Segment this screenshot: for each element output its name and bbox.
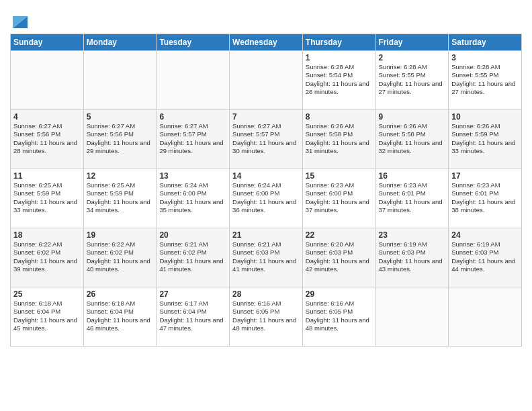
cell-info-line: Sunset: 6:01 PM: [379, 189, 446, 197]
calendar-cell: 1Sunrise: 6:28 AMSunset: 5:54 PMDaylight…: [302, 51, 375, 110]
cell-info-line: Daylight: 11 hours and 44 minutes.: [451, 257, 519, 274]
cell-info-line: Daylight: 11 hours and 27 minutes.: [451, 80, 519, 97]
calendar-cell: [83, 51, 157, 110]
cell-info-line: Sunrise: 6:28 AM: [451, 63, 519, 71]
cell-info-line: Sunrise: 6:26 AM: [451, 122, 519, 130]
calendar-cell: [449, 287, 522, 347]
cell-info-line: Sunset: 6:03 PM: [451, 248, 519, 257]
calendar-cell: [11, 51, 84, 110]
cell-info-line: Sunrise: 6:22 AM: [87, 240, 154, 248]
cell-info-line: Daylight: 11 hours and 26 minutes.: [306, 80, 373, 97]
cell-info-line: Sunset: 5:55 PM: [451, 71, 519, 79]
cell-info-line: Daylight: 11 hours and 27 minutes.: [379, 80, 446, 97]
calendar-cell: 20Sunrise: 6:21 AMSunset: 6:02 PMDayligh…: [157, 228, 230, 287]
cell-info-line: Sunset: 6:04 PM: [13, 308, 81, 316]
cell-info-line: Sunrise: 6:27 AM: [159, 122, 226, 130]
calendar-cell: 19Sunrise: 6:22 AMSunset: 6:02 PMDayligh…: [83, 228, 157, 287]
cell-info-line: Daylight: 11 hours and 48 minutes.: [232, 316, 300, 333]
cell-info-line: Sunset: 5:57 PM: [232, 130, 300, 138]
cell-info-line: Sunrise: 6:26 AM: [306, 122, 373, 130]
cell-info-line: Sunrise: 6:28 AM: [306, 63, 373, 71]
cell-info-line: Sunrise: 6:27 AM: [87, 122, 154, 130]
calendar-cell: 17Sunrise: 6:23 AMSunset: 6:01 PMDayligh…: [449, 169, 522, 228]
day-number: 23: [379, 230, 446, 240]
day-header-wednesday: Wednesday: [230, 34, 303, 51]
cell-info-line: Daylight: 11 hours and 42 minutes.: [306, 257, 373, 274]
day-number: 5: [87, 112, 154, 122]
day-header-monday: Monday: [83, 34, 157, 51]
cell-info-line: Sunrise: 6:20 AM: [306, 240, 373, 248]
calendar-cell: 12Sunrise: 6:25 AMSunset: 5:59 PMDayligh…: [83, 169, 157, 228]
day-number: 7: [232, 112, 300, 122]
cell-info-line: Sunrise: 6:19 AM: [451, 240, 519, 248]
day-header-thursday: Thursday: [302, 34, 375, 51]
cell-info-line: Daylight: 11 hours and 37 minutes.: [306, 198, 373, 215]
calendar-cell: 13Sunrise: 6:24 AMSunset: 6:00 PMDayligh…: [157, 169, 230, 228]
calendar-cell: 4Sunrise: 6:27 AMSunset: 5:56 PMDaylight…: [11, 110, 84, 169]
calendar-cell: 10Sunrise: 6:26 AMSunset: 5:59 PMDayligh…: [449, 110, 522, 169]
cell-info-line: Daylight: 11 hours and 38 minutes.: [451, 198, 519, 215]
cell-info-line: Sunset: 5:54 PM: [306, 71, 373, 79]
header-row: SundayMondayTuesdayWednesdayThursdayFrid…: [11, 34, 522, 51]
cell-info-line: Daylight: 11 hours and 31 minutes.: [306, 139, 373, 156]
day-number: 8: [306, 112, 373, 122]
day-number: 18: [13, 230, 81, 240]
cell-info-line: Sunset: 5:56 PM: [13, 130, 81, 138]
page: SundayMondayTuesdayWednesdayThursdayFrid…: [0, 0, 532, 411]
day-number: 14: [232, 171, 300, 181]
calendar-cell: 18Sunrise: 6:22 AMSunset: 6:02 PMDayligh…: [11, 228, 84, 287]
calendar-cell: 7Sunrise: 6:27 AMSunset: 5:57 PMDaylight…: [230, 110, 303, 169]
day-header-sunday: Sunday: [11, 34, 84, 51]
calendar-cell: 3Sunrise: 6:28 AMSunset: 5:55 PMDaylight…: [449, 51, 522, 110]
cell-info-line: Daylight: 11 hours and 41 minutes.: [159, 257, 226, 274]
day-number: 17: [451, 171, 519, 181]
calendar-table: SundayMondayTuesdayWednesdayThursdayFrid…: [10, 34, 522, 347]
cell-info-line: Daylight: 11 hours and 34 minutes.: [87, 198, 154, 215]
cell-info-line: Sunset: 6:04 PM: [87, 308, 154, 316]
day-number: 13: [159, 171, 226, 181]
week-row-1: 4Sunrise: 6:27 AMSunset: 5:56 PMDaylight…: [11, 110, 522, 169]
cell-info-line: Sunset: 5:57 PM: [159, 130, 226, 138]
day-number: 24: [451, 230, 519, 240]
day-number: 27: [159, 289, 226, 299]
day-number: 25: [13, 289, 81, 299]
cell-info-line: Daylight: 11 hours and 28 minutes.: [13, 139, 81, 156]
calendar-cell: 29Sunrise: 6:16 AMSunset: 6:05 PMDayligh…: [302, 287, 375, 347]
cell-info-line: Sunset: 5:55 PM: [379, 71, 446, 79]
calendar-cell: 14Sunrise: 6:24 AMSunset: 6:00 PMDayligh…: [230, 169, 303, 228]
cell-info-line: Sunset: 5:59 PM: [13, 189, 81, 197]
cell-info-line: Sunrise: 6:23 AM: [379, 181, 446, 189]
week-row-2: 11Sunrise: 6:25 AMSunset: 5:59 PMDayligh…: [11, 169, 522, 228]
calendar-cell: 24Sunrise: 6:19 AMSunset: 6:03 PMDayligh…: [449, 228, 522, 287]
cell-info-line: Sunset: 5:58 PM: [379, 130, 446, 138]
week-row-3: 18Sunrise: 6:22 AMSunset: 6:02 PMDayligh…: [11, 228, 522, 287]
calendar-cell: 9Sunrise: 6:26 AMSunset: 5:58 PMDaylight…: [375, 110, 449, 169]
day-number: 29: [306, 289, 373, 299]
cell-info-line: Sunrise: 6:16 AM: [306, 300, 373, 308]
cell-info-line: Daylight: 11 hours and 29 minutes.: [87, 139, 154, 156]
cell-info-line: Sunset: 6:03 PM: [379, 248, 446, 257]
cell-info-line: Sunset: 5:59 PM: [451, 130, 519, 138]
cell-info-line: Daylight: 11 hours and 43 minutes.: [379, 257, 446, 274]
day-number: 12: [87, 171, 154, 181]
cell-info-line: Sunset: 6:05 PM: [306, 308, 373, 316]
calendar-cell: 15Sunrise: 6:23 AMSunset: 6:00 PMDayligh…: [302, 169, 375, 228]
calendar-cell: 28Sunrise: 6:16 AMSunset: 6:05 PMDayligh…: [230, 287, 303, 347]
cell-info-line: Sunset: 6:02 PM: [159, 248, 226, 257]
calendar-cell: 27Sunrise: 6:17 AMSunset: 6:04 PMDayligh…: [157, 287, 230, 347]
cell-info-line: Sunrise: 6:19 AM: [379, 240, 446, 248]
day-number: 19: [87, 230, 154, 240]
cell-info-line: Daylight: 11 hours and 46 minutes.: [87, 316, 154, 333]
cell-info-line: Sunrise: 6:26 AM: [379, 122, 446, 130]
cell-info-line: Sunrise: 6:23 AM: [306, 181, 373, 189]
calendar-cell: 8Sunrise: 6:26 AMSunset: 5:58 PMDaylight…: [302, 110, 375, 169]
cell-info-line: Daylight: 11 hours and 37 minutes.: [379, 198, 446, 215]
calendar-cell: 2Sunrise: 6:28 AMSunset: 5:55 PMDaylight…: [375, 51, 449, 110]
day-number: 22: [306, 230, 373, 240]
cell-info-line: Sunrise: 6:24 AM: [232, 181, 300, 189]
cell-info-line: Sunset: 5:56 PM: [87, 130, 154, 138]
day-header-friday: Friday: [375, 34, 449, 51]
cell-info-line: Sunrise: 6:17 AM: [159, 300, 226, 308]
cell-info-line: Daylight: 11 hours and 36 minutes.: [232, 198, 300, 215]
cell-info-line: Daylight: 11 hours and 33 minutes.: [451, 139, 519, 156]
